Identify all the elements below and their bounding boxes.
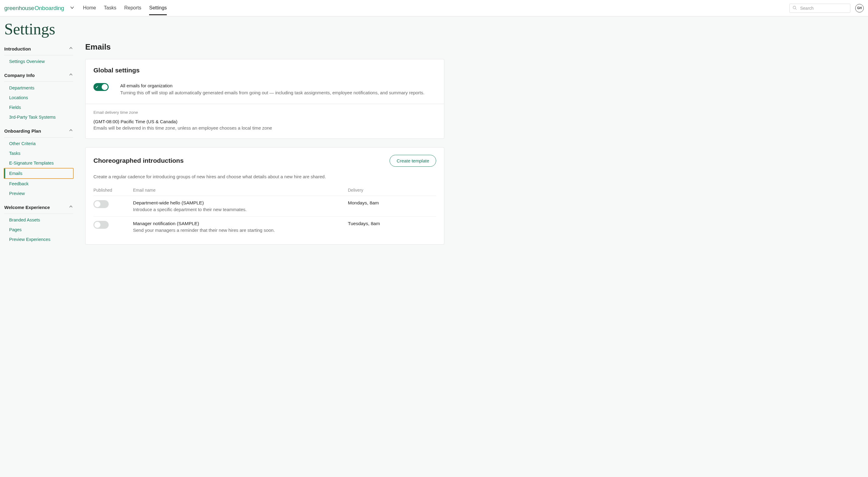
nav-settings[interactable]: Settings [149, 1, 167, 15]
delivery-value: Mondays, 8am [348, 200, 436, 205]
table-row: Department-wide hello (SAMPLE) Introduce… [93, 196, 436, 216]
sidebar-item-locations[interactable]: Locations [4, 93, 73, 102]
col-email-name: Email name [133, 188, 348, 193]
chevron-up-icon [69, 46, 73, 52]
toggle-knob [94, 201, 100, 207]
choreographed-card: Choreographed introductions Create templ… [85, 147, 444, 245]
published-toggle[interactable] [93, 221, 108, 229]
nav-home[interactable]: Home [83, 1, 96, 15]
main-content: Emails Global settings ✓ All emails for … [85, 42, 444, 253]
sidebar-item-fields[interactable]: Fields [4, 102, 73, 112]
global-settings-card: Global settings ✓ All emails for organiz… [85, 59, 444, 139]
all-emails-desc: Turning this off will stop all automatic… [120, 90, 425, 96]
sidebar-item-emails[interactable]: Emails [4, 168, 73, 178]
sidebar-item-3rd-party[interactable]: 3rd-Party Task Systems [4, 112, 73, 122]
highlight-box: Emails [4, 168, 74, 179]
sidebar-group-onboarding-plan[interactable]: Onboarding Plan [4, 124, 73, 137]
toggle-knob [102, 84, 108, 90]
nav-tasks[interactable]: Tasks [104, 1, 116, 15]
all-emails-toggle[interactable]: ✓ [93, 83, 108, 91]
sidebar-item-feedback[interactable]: Feedback [4, 179, 73, 189]
sidebar-group-welcome-experience[interactable]: Welcome Experience [4, 201, 73, 214]
choreo-title: Choreographed introductions [93, 157, 184, 164]
chevron-up-icon [69, 128, 73, 133]
sidebar-group-label: Introduction [4, 46, 31, 52]
email-desc: Introduce a specific department to their… [133, 207, 348, 212]
sidebar-group-introduction[interactable]: Introduction [4, 42, 73, 55]
sidebar-group-label: Welcome Experience [4, 205, 50, 210]
all-emails-title: All emails for organization [120, 83, 425, 88]
sidebar-item-preview[interactable]: Preview [4, 189, 73, 198]
delivery-value: Tuesdays, 8am [348, 221, 436, 226]
timezone-section: Email delivery time zone (GMT-08:00) Pac… [86, 104, 444, 138]
email-desc: Send your managers a reminder that their… [133, 227, 348, 233]
choreo-desc: Create a regular cadence for introducing… [93, 174, 436, 179]
search-container [789, 4, 850, 13]
logo-text-2: Onboarding [34, 5, 64, 11]
sidebar-item-settings-overview[interactable]: Settings Overview [4, 57, 73, 66]
sidebar-item-branded-assets[interactable]: Branded Assets [4, 215, 73, 225]
check-icon: ✓ [96, 85, 99, 89]
global-settings-title: Global settings [93, 67, 436, 74]
sidebar-item-departments[interactable]: Departments [4, 83, 73, 93]
toggle-knob [94, 222, 100, 228]
table-row: Manager notification (SAMPLE) Send your … [93, 216, 436, 237]
published-toggle[interactable] [93, 200, 108, 208]
table-header: Published Email name Delivery [93, 188, 436, 196]
email-name[interactable]: Department-wide hello (SAMPLE) [133, 200, 348, 205]
sidebar-item-pages[interactable]: Pages [4, 225, 73, 234]
sidebar-item-tasks[interactable]: Tasks [4, 149, 73, 158]
sidebar-item-other-criteria[interactable]: Other Criteria [4, 139, 73, 149]
product-switcher-caret[interactable] [70, 5, 74, 11]
app-header: greenhouse Onboarding Home Tasks Reports… [0, 0, 868, 17]
col-published: Published [93, 188, 133, 193]
search-input[interactable] [789, 4, 850, 13]
settings-sidebar: Introduction Settings Overview Company I… [4, 42, 73, 253]
sidebar-group-label: Onboarding Plan [4, 128, 41, 133]
all-emails-text: All emails for organization Turning this… [120, 83, 425, 96]
search-icon [793, 5, 797, 11]
svg-point-0 [793, 6, 796, 9]
sidebar-group-company-info[interactable]: Company Info [4, 69, 73, 82]
avatar[interactable]: GH [855, 4, 864, 12]
chevron-up-icon [69, 72, 73, 78]
page-title: Settings [0, 17, 868, 39]
nav-reports[interactable]: Reports [124, 1, 141, 15]
sidebar-item-esig-templates[interactable]: E-Signature Templates [4, 158, 73, 168]
timezone-label: Email delivery time zone [93, 110, 436, 115]
main-heading: Emails [85, 42, 444, 52]
logo-text-1: greenhouse [4, 5, 34, 11]
email-name[interactable]: Manager notification (SAMPLE) [133, 221, 348, 226]
chevron-up-icon [69, 204, 73, 210]
timezone-value: (GMT-08:00) Pacific Time (US & Canada) [93, 119, 436, 124]
sidebar-group-label: Company Info [4, 73, 35, 78]
create-template-button[interactable]: Create template [390, 155, 436, 167]
primary-nav: Home Tasks Reports Settings [83, 1, 167, 15]
logo[interactable]: greenhouse Onboarding [4, 5, 64, 11]
svg-line-1 [796, 8, 797, 10]
timezone-desc: Emails will be delivered in this time zo… [93, 125, 436, 130]
sidebar-item-preview-experiences[interactable]: Preview Experiences [4, 234, 73, 244]
col-delivery: Delivery [348, 188, 436, 193]
